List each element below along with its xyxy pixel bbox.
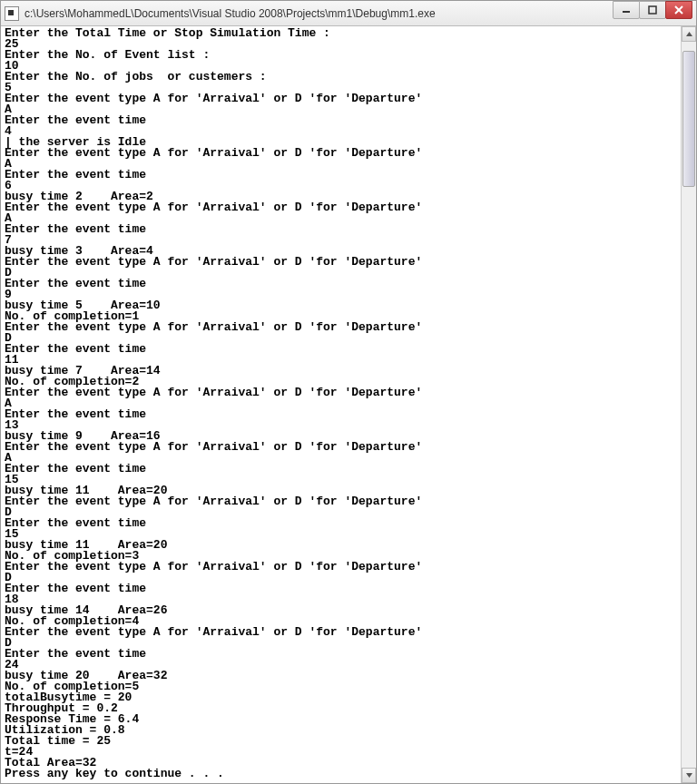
chevron-down-icon bbox=[685, 771, 693, 779]
console-window: c:\Users\MohammedL\Documents\Visual Stud… bbox=[0, 0, 697, 784]
close-icon bbox=[674, 5, 683, 15]
scroll-track[interactable] bbox=[682, 42, 696, 768]
maximize-icon bbox=[648, 5, 657, 15]
maximize-button[interactable] bbox=[639, 1, 666, 19]
minimize-icon bbox=[622, 5, 631, 15]
scroll-thumb[interactable] bbox=[682, 51, 695, 187]
scroll-down-button[interactable] bbox=[682, 768, 696, 783]
window-controls bbox=[614, 1, 692, 19]
svg-marker-5 bbox=[686, 773, 692, 778]
titlebar[interactable]: c:\Users\MohammedL\Documents\Visual Stud… bbox=[1, 1, 696, 26]
svg-marker-4 bbox=[686, 32, 692, 36]
console-output[interactable]: Enter the Total Time or Stop Simulation … bbox=[1, 26, 681, 783]
chevron-up-icon bbox=[685, 30, 693, 38]
window-title: c:\Users\MohammedL\Documents\Visual Stud… bbox=[25, 7, 614, 20]
svg-rect-1 bbox=[649, 6, 656, 14]
minimize-button[interactable] bbox=[613, 1, 640, 19]
vertical-scrollbar[interactable] bbox=[681, 26, 696, 783]
scroll-up-button[interactable] bbox=[682, 26, 696, 42]
close-button[interactable] bbox=[665, 1, 692, 19]
app-icon bbox=[5, 6, 19, 21]
client-area: Enter the Total Time or Stop Simulation … bbox=[1, 26, 696, 783]
